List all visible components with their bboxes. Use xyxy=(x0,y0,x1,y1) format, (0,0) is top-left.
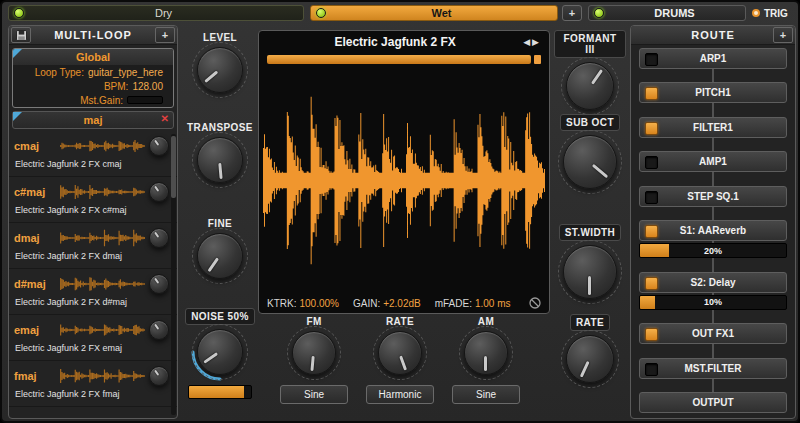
route-enable-checkbox[interactable] xyxy=(645,363,658,376)
add-tab-button[interactable]: + xyxy=(562,5,582,21)
multi-loop-title: MULTI-LOOP xyxy=(33,29,153,41)
loop-gain-knob[interactable] xyxy=(149,274,169,294)
noise-knob[interactable] xyxy=(197,329,243,375)
route-item-s2-delay[interactable]: S2: Delay xyxy=(639,272,787,293)
stereo-width-knob[interactable] xyxy=(563,245,617,299)
route-item-label: MST.FILTER xyxy=(684,363,741,374)
route-enable-checkbox[interactable] xyxy=(645,277,658,290)
route-item-out-fx1[interactable]: OUT FX1 xyxy=(639,323,787,344)
am-shape-select[interactable]: Sine xyxy=(452,385,520,404)
mod-rate-mode-select[interactable]: Harmonic xyxy=(366,385,434,404)
loop-name: dmaj xyxy=(14,232,56,244)
loop-type-row[interactable]: Loop Type: guitar_type_here xyxy=(13,65,173,79)
waveform-view[interactable] xyxy=(263,71,545,290)
loop-group-header[interactable]: maj ✕ xyxy=(12,111,174,129)
loop-gain-knob[interactable] xyxy=(149,228,169,248)
loop-name: cmaj xyxy=(14,140,56,152)
route-enable-checkbox[interactable] xyxy=(645,191,658,204)
tab-dry[interactable]: Dry xyxy=(8,5,304,21)
fm-shape-select[interactable]: Sine xyxy=(280,385,348,404)
route-item-amp1[interactable]: AMP1 xyxy=(639,151,787,172)
s1-send-slider[interactable]: 20% xyxy=(639,243,787,258)
scrollbar-thumb[interactable] xyxy=(171,136,176,198)
collapse-triangle-icon[interactable] xyxy=(13,49,22,58)
prev-sample-icon[interactable]: ◀ xyxy=(523,37,532,47)
loop-item-fmaj[interactable]: fmaj Electric Jagfunk 2 FX fmaj xyxy=(9,361,177,407)
bpm-value[interactable]: 128.00 xyxy=(132,81,163,92)
mfade-readout[interactable]: mFADE:1.00 ms xyxy=(435,298,511,309)
next-sample-icon[interactable]: ▶ xyxy=(532,37,541,47)
level-group: LEVEL xyxy=(184,32,256,93)
loop-gain-knob[interactable] xyxy=(149,182,169,202)
add-loop-button[interactable]: + xyxy=(155,27,175,43)
loop-item-dmaj[interactable]: dmaj Electric Jagfunk 2 FX dmaj xyxy=(9,223,177,269)
master-gain-slider[interactable] xyxy=(127,96,163,104)
loop-waveform-thumbnail xyxy=(60,274,145,294)
tab-wet[interactable]: Wet xyxy=(310,5,558,21)
fm-knob[interactable] xyxy=(292,331,336,375)
route-item-label: OUTPUT xyxy=(692,397,733,408)
global-header[interactable]: Global xyxy=(13,49,173,65)
route-item-step-sq1[interactable]: STEP SQ.1 xyxy=(639,186,787,207)
route-item-filter1[interactable]: FILTER1 xyxy=(639,117,787,138)
loop-type-value[interactable]: guitar_type_here xyxy=(88,67,163,78)
global-title: Global xyxy=(76,51,110,63)
route-item-s1-reverb[interactable]: S1: AAReverb xyxy=(639,220,787,241)
loop-name: c#maj xyxy=(14,186,56,198)
route-enable-checkbox[interactable] xyxy=(645,225,658,238)
loop-list-scrollbar[interactable] xyxy=(171,134,176,415)
trig-toggle[interactable]: TRIG xyxy=(750,5,796,21)
route-item-arp1[interactable]: ARP1 xyxy=(639,48,787,69)
collapse-triangle-icon[interactable] xyxy=(13,112,22,121)
transpose-knob[interactable] xyxy=(197,137,243,183)
loop-item-dsharpmaj[interactable]: d#maj Electric Jagfunk 2 FX d#maj xyxy=(9,269,177,315)
route-enable-checkbox[interactable] xyxy=(645,156,658,169)
sub-oct-knob[interactable] xyxy=(563,135,617,189)
loop-gain-knob[interactable] xyxy=(149,320,169,340)
mod-rate-knob[interactable] xyxy=(378,331,422,375)
loop-end-marker[interactable] xyxy=(534,55,541,64)
loop-item-csharpmaj[interactable]: c#maj Electric Jagfunk 2 FX c#maj xyxy=(9,177,177,223)
bpm-row[interactable]: BPM: 128.00 xyxy=(13,79,173,93)
loop-description: Electric Jagfunk 2 FX fmaj xyxy=(14,389,169,399)
add-route-button[interactable]: + xyxy=(773,27,793,43)
loop-region-bar[interactable] xyxy=(267,55,531,64)
route-item-label: STEP SQ.1 xyxy=(687,191,739,202)
route-enable-checkbox[interactable] xyxy=(645,328,658,341)
route-item-pitch1[interactable]: PITCH1 xyxy=(639,82,787,103)
stereo-width-group: ST.WIDTH xyxy=(554,224,626,299)
noise-slider[interactable] xyxy=(188,385,252,399)
route-enable-checkbox[interactable] xyxy=(645,122,658,135)
route-title: ROUTE xyxy=(655,29,771,41)
ktrk-readout[interactable]: KTRK:100.00% xyxy=(267,298,339,309)
multi-loop-header: MULTI-LOOP + xyxy=(9,26,177,45)
drums-selector[interactable]: DRUMS xyxy=(588,5,746,21)
s2-send-value: 10% xyxy=(640,296,786,309)
route-enable-checkbox[interactable] xyxy=(645,53,658,66)
mod-rate-mode-value: Harmonic xyxy=(379,389,422,400)
route-item-mst-filter[interactable]: MST.FILTER xyxy=(639,358,787,379)
loop-list: cmaj Electric Jagfunk 2 FX cmaj c#maj El… xyxy=(9,131,177,407)
level-knob[interactable] xyxy=(197,47,243,93)
route-enable-checkbox[interactable] xyxy=(645,87,658,100)
rate-group: RATE xyxy=(554,314,626,383)
loop-gain-knob[interactable] xyxy=(149,366,169,386)
formant-knob[interactable] xyxy=(566,62,614,110)
loop-item-cmaj[interactable]: cmaj Electric Jagfunk 2 FX cmaj xyxy=(9,131,177,177)
route-item-output[interactable]: OUTPUT xyxy=(639,392,787,413)
am-knob[interactable] xyxy=(464,331,508,375)
master-gain-row[interactable]: Mst.Gain: xyxy=(13,93,173,107)
loop-type-label: Loop Type: xyxy=(35,67,84,78)
no-entry-icon[interactable] xyxy=(529,297,541,309)
rate-knob[interactable] xyxy=(566,335,614,383)
master-gain-label: Mst.Gain: xyxy=(80,95,123,106)
noise-slider-fill xyxy=(189,386,244,398)
s2-send-slider[interactable]: 10% xyxy=(639,295,787,310)
loop-gain-knob[interactable] xyxy=(149,136,169,156)
loop-item-emaj[interactable]: emaj Electric Jagfunk 2 FX emaj xyxy=(9,315,177,361)
save-button[interactable] xyxy=(11,27,31,43)
gain-readout[interactable]: GAIN:+2.02dB xyxy=(353,298,421,309)
fine-knob[interactable] xyxy=(197,233,243,279)
close-group-icon[interactable]: ✕ xyxy=(161,113,169,124)
global-settings-box: Global Loop Type: guitar_type_here BPM: … xyxy=(12,48,174,108)
